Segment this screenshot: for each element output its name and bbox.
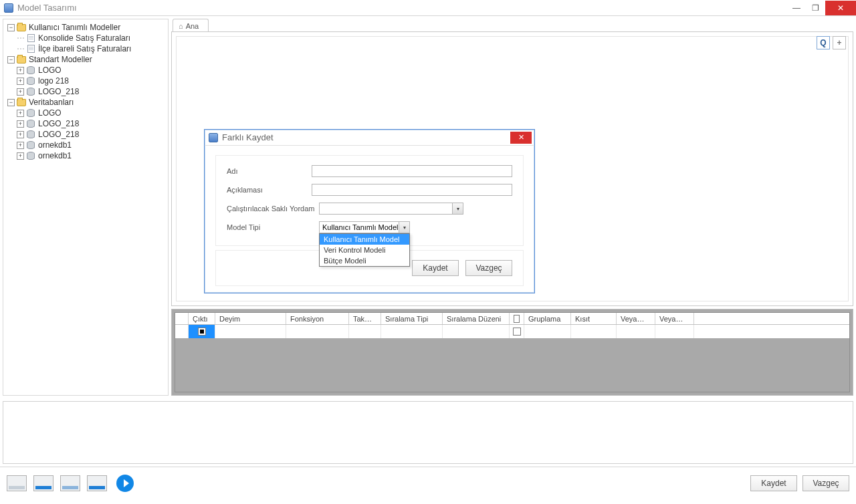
tree-item[interactable]: ⋯ Konsolide Satış Faturaları: [5, 33, 167, 43]
tree-toggle[interactable]: +: [17, 67, 24, 74]
footer: Kaydet Vazgeç: [0, 467, 856, 499]
stored-procedure-combo[interactable]: ▾: [319, 203, 463, 215]
grid-cell-checkbox[interactable]: [510, 325, 524, 338]
titlebar: Model Tasarımı — ❐ ✕: [0, 0, 856, 16]
tree-label: LOGO_218: [38, 129, 79, 140]
grid-head[interactable]: Deyim: [215, 313, 286, 324]
grid-head[interactable]: Sıralama Tipi: [381, 313, 443, 324]
tree-item[interactable]: + LOGO_218: [5, 129, 167, 140]
dialog-title: Farklı Kaydet: [222, 132, 274, 142]
app-icon: [4, 3, 13, 13]
dialog-icon: [209, 133, 218, 142]
grid-head[interactable]: Veya…: [617, 313, 655, 324]
home-icon: ⌂: [179, 22, 183, 30]
grid-head-blank: [175, 313, 189, 324]
tree-item[interactable]: + ornekdb1: [5, 150, 167, 161]
dropdown-option[interactable]: Bütçe Modeli: [320, 255, 409, 266]
grid-head[interactable]: Çıktı: [189, 313, 215, 324]
tab-label: Ana: [186, 22, 199, 30]
tree-toggle[interactable]: +: [17, 88, 24, 96]
tree-toggle[interactable]: +: [17, 78, 24, 85]
design-canvas: Q + Farklı Kaydet ✕ Adı: [171, 31, 853, 306]
tree-toggle[interactable]: −: [7, 99, 15, 106]
footer-cancel-button[interactable]: Vazgeç: [802, 475, 849, 491]
view-mode-1[interactable]: [7, 475, 27, 491]
tree-item[interactable]: ⋯ İlçe ibareli Satış Faturaları: [5, 43, 167, 54]
add-button[interactable]: +: [833, 36, 846, 49]
maximize-button[interactable]: ❐: [807, 1, 824, 15]
tree-item[interactable]: + LOGO_218: [5, 86, 167, 97]
tree-folder-databases[interactable]: − Veritabanları: [5, 97, 167, 108]
tree-toggle[interactable]: +: [17, 120, 24, 128]
field-label-desc: Açıklaması: [227, 186, 312, 194]
chevron-down-icon[interactable]: ▾: [399, 222, 409, 233]
dialog-close-button[interactable]: ✕: [510, 132, 532, 144]
tree-item[interactable]: + LOGO: [5, 108, 167, 118]
tree-label: LOGO: [38, 65, 62, 76]
model-type-combo[interactable]: ▾ Kullanıcı Tanımlı Model Veri Kontrol M…: [319, 221, 410, 233]
tree-label: Veritabanları: [29, 97, 74, 108]
tree-label: LOGO_218: [38, 118, 79, 129]
dialog-save-button[interactable]: Kaydet: [412, 260, 459, 276]
grid-head[interactable]: Veya…: [655, 313, 694, 324]
tree-label: Standart Modeller: [29, 54, 92, 65]
grid-head-checkbox[interactable]: [510, 313, 524, 324]
tree-label: Kullanıcı Tanımlı Modeller: [29, 22, 120, 33]
play-icon: [124, 479, 129, 487]
window-title: Model Tasarımı: [17, 3, 77, 13]
dialog-cancel-button[interactable]: Vazgeç: [465, 260, 512, 276]
tab-bar: ⌂ Ana: [171, 19, 853, 32]
field-label-type: Model Tipi: [227, 223, 319, 231]
tree-toggle[interactable]: +: [17, 152, 24, 160]
tree-label: logo 218: [38, 76, 69, 86]
close-button[interactable]: ✕: [825, 1, 856, 15]
grid-row[interactable]: [175, 325, 849, 338]
dropdown-option[interactable]: Kullanıcı Tanımlı Model: [320, 234, 409, 245]
query-grid: Çıktı Deyim Fonksiyon Tak… Sıralama Tipi…: [171, 309, 853, 396]
message-panel: [3, 401, 853, 464]
tree-item[interactable]: + LOGO_218: [5, 118, 167, 129]
query-button[interactable]: Q: [817, 36, 830, 49]
tree-label: İlçe ibareli Satış Faturaları: [38, 43, 131, 54]
grid-head[interactable]: Sıralama Düzeni: [443, 313, 510, 324]
field-label-name: Adı: [227, 167, 312, 175]
tree-label: ornekdb1: [38, 140, 72, 150]
name-input[interactable]: [312, 165, 512, 177]
stored-procedure-input[interactable]: [319, 203, 463, 215]
tree-item[interactable]: + ornekdb1: [5, 140, 167, 150]
dropdown-option[interactable]: Veri Kontrol Modeli: [320, 245, 409, 255]
tree-toggle[interactable]: −: [7, 56, 15, 64]
tree-folder-user-models[interactable]: − Kullanıcı Tanımlı Modeller: [5, 22, 167, 33]
tree-toggle[interactable]: −: [7, 24, 15, 31]
tree-label: LOGO_218: [38, 86, 79, 97]
minimize-button[interactable]: —: [788, 1, 805, 15]
tree-item[interactable]: + LOGO: [5, 65, 167, 76]
view-mode-2[interactable]: [33, 475, 54, 491]
description-input[interactable]: [312, 184, 512, 196]
grid-cell-output[interactable]: [189, 325, 215, 338]
grid-head[interactable]: Fonksiyon: [286, 313, 349, 324]
tree-folder-standard-models[interactable]: − Standart Modeller: [5, 54, 167, 65]
view-mode-3[interactable]: [60, 475, 80, 491]
model-type-input[interactable]: [319, 221, 410, 233]
grid-head[interactable]: Kısıt: [571, 313, 617, 324]
tree-toggle[interactable]: +: [17, 142, 24, 149]
grid-head[interactable]: Gruplama: [524, 313, 571, 324]
tree-item[interactable]: + logo 218: [5, 76, 167, 86]
grid-head[interactable]: Tak…: [349, 313, 381, 324]
footer-save-button[interactable]: Kaydet: [750, 475, 797, 491]
chevron-down-icon[interactable]: ▾: [452, 203, 463, 214]
view-mode-4[interactable]: [87, 475, 107, 491]
checkbox-icon: [513, 328, 521, 336]
tree-toggle[interactable]: +: [17, 110, 24, 117]
tree-label: ornekdb1: [38, 150, 72, 161]
tab-main[interactable]: ⌂ Ana: [173, 19, 209, 32]
tree-label: LOGO: [38, 108, 62, 118]
save-as-dialog: Farklı Kaydet ✕ Adı Açıklaması: [204, 129, 535, 293]
field-label-sp: Çalıştırılacak Saklı Yordam: [227, 205, 319, 213]
run-button[interactable]: [116, 475, 134, 492]
checkbox-icon: [514, 315, 520, 323]
tree-panel: − Kullanıcı Tanımlı Modeller ⋯ Konsolide…: [3, 19, 169, 396]
stop-icon: [198, 328, 206, 336]
tree-toggle[interactable]: +: [17, 131, 24, 138]
